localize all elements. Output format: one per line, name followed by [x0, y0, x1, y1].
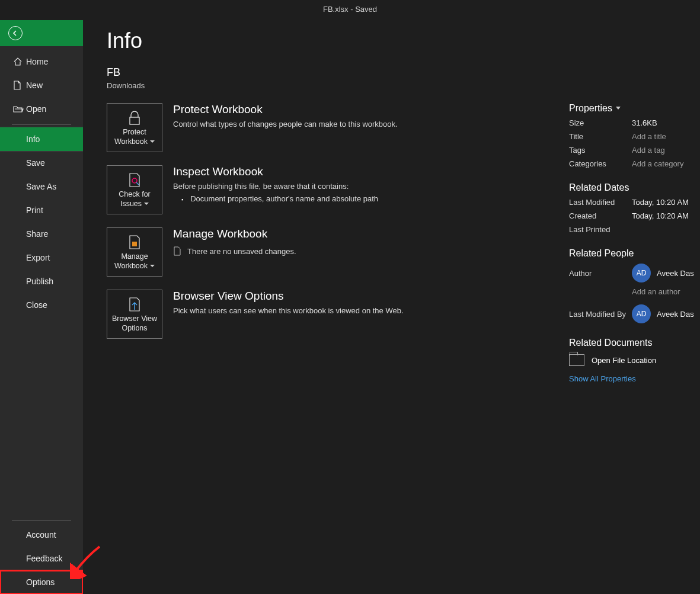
- sidebar-item-export[interactable]: Export: [0, 246, 83, 269]
- inspect-icon: [127, 171, 142, 189]
- sidebar-item-feedback[interactable]: Feedback: [0, 547, 83, 570]
- author-name: Aveek Das: [657, 269, 694, 278]
- avatar: AD: [632, 304, 651, 323]
- sidebar-item-print[interactable]: Print: [0, 198, 83, 222]
- prop-key: Last Printed: [569, 225, 632, 234]
- sidebar-item-label: Home: [26, 57, 48, 66]
- section-description: There are no unsaved changes.: [187, 247, 296, 256]
- titlebar-text: FB.xlsx - Saved: [323, 5, 377, 14]
- sidebar-item-label: Share: [26, 229, 48, 239]
- prop-key: Categories: [569, 159, 632, 168]
- section-title: Manage Workbook: [173, 227, 296, 240]
- sidebar-item-info[interactable]: Info: [0, 127, 83, 151]
- sidebar-item-share[interactable]: Share: [0, 222, 83, 246]
- sidebar-item-label: Info: [26, 134, 40, 144]
- button-label: Check for Issues: [110, 190, 159, 208]
- manage-icon: [127, 233, 142, 251]
- page-title: Info: [107, 28, 462, 53]
- document-path: Downloads: [107, 81, 462, 90]
- lock-icon: [127, 109, 142, 127]
- backstage-sidebar: Home New Open Info Save Save As Print Sh…: [0, 20, 83, 594]
- sidebar-item-label: Close: [26, 300, 47, 310]
- show-all-properties-link[interactable]: Show All Properties: [569, 374, 636, 383]
- titlebar: FB.xlsx - Saved: [0, 0, 700, 20]
- section-description: Pick what users can see when this workbo…: [173, 306, 404, 315]
- sidebar-item-saveas[interactable]: Save As: [0, 175, 83, 198]
- prop-key: Last Modified: [569, 198, 632, 207]
- sidebar-item-label: Options: [26, 577, 55, 587]
- prop-key: Size: [569, 118, 632, 127]
- arrow-left-icon: [8, 26, 23, 40]
- sidebar-item-label: Print: [26, 206, 43, 215]
- prop-value: 31.6KB: [632, 118, 657, 127]
- chevron-down-icon: [616, 107, 621, 110]
- sidebar-item-label: Account: [26, 530, 56, 540]
- prop-key: Title: [569, 132, 632, 141]
- open-file-location-label: Open File Location: [592, 356, 656, 365]
- inspect-item: Document properties, author's name and a…: [173, 194, 378, 203]
- browser-view-options-button[interactable]: Browser View Options: [107, 290, 162, 339]
- add-category-field[interactable]: Add a category: [632, 159, 683, 168]
- avatar: AD: [632, 264, 651, 282]
- sidebar-item-label: Publish: [26, 277, 53, 286]
- svg-rect-2: [132, 242, 137, 246]
- section-title: Browser View Options: [173, 290, 404, 303]
- sidebar-item-label: New: [26, 81, 43, 90]
- doc-icon: [173, 246, 181, 256]
- doc-icon: [13, 81, 26, 90]
- sidebar-item-new[interactable]: New: [0, 73, 83, 97]
- sidebar-item-save[interactable]: Save: [0, 151, 83, 175]
- check-for-issues-button[interactable]: Check for Issues: [107, 165, 162, 214]
- prop-key: Tags: [569, 146, 632, 155]
- button-label: Manage Workbook: [110, 252, 159, 271]
- sidebar-item-options[interactable]: Options: [0, 570, 83, 594]
- open-file-location-button[interactable]: Open File Location: [569, 354, 700, 366]
- protect-workbook-button[interactable]: Protect Workbook: [107, 103, 162, 152]
- sidebar-item-account[interactable]: Account: [0, 523, 83, 547]
- sidebar-item-label: Feedback: [26, 554, 62, 563]
- properties-panel: Properties Size31.6KB TitleAdd a title T…: [569, 103, 700, 383]
- section-title: Inspect Workbook: [173, 165, 378, 178]
- document-name: FB: [107, 66, 462, 79]
- section-description: Control what types of changes people can…: [173, 120, 398, 129]
- prop-key: Author: [569, 269, 632, 278]
- add-title-field[interactable]: Add a title: [632, 132, 666, 141]
- folder-icon: [569, 354, 584, 366]
- properties-dropdown[interactable]: Properties: [569, 103, 700, 114]
- add-tag-field[interactable]: Add a tag: [632, 146, 665, 155]
- related-dates-heading: Related Dates: [569, 182, 700, 193]
- add-author-field[interactable]: Add an author: [632, 287, 680, 296]
- home-icon: [13, 57, 26, 66]
- button-label: Protect Workbook: [110, 128, 159, 146]
- prop-value: Today, 10:20 AM: [632, 211, 689, 220]
- sidebar-divider: [12, 520, 71, 521]
- sidebar-item-label: Save: [26, 158, 45, 168]
- lastmodby-name: Aveek Das: [657, 310, 694, 319]
- browser-view-icon: [127, 296, 142, 313]
- sidebar-item-label: Open: [26, 104, 46, 114]
- related-people-heading: Related People: [569, 248, 700, 259]
- prop-key: Created: [569, 211, 632, 220]
- prop-value: Today, 10:20 AM: [632, 198, 689, 207]
- sidebar-item-publish[interactable]: Publish: [0, 269, 83, 293]
- sidebar-item-open[interactable]: Open: [0, 97, 83, 121]
- manage-workbook-button[interactable]: Manage Workbook: [107, 227, 162, 277]
- sidebar-item-label: Export: [26, 253, 50, 262]
- author-entry[interactable]: AD Aveek Das: [632, 264, 694, 282]
- svg-rect-0: [130, 117, 139, 124]
- lastmodby-entry[interactable]: AD Aveek Das: [632, 304, 694, 323]
- sidebar-divider: [12, 124, 71, 125]
- sidebar-item-close[interactable]: Close: [0, 293, 83, 317]
- sidebar-item-label: Save As: [26, 182, 56, 191]
- back-button[interactable]: [0, 20, 83, 46]
- folder-open-icon: [13, 105, 26, 113]
- svg-point-1: [132, 178, 137, 183]
- sidebar-item-home[interactable]: Home: [0, 50, 83, 73]
- button-label: Browser View Options: [110, 314, 159, 333]
- prop-key: Last Modified By: [569, 310, 632, 319]
- section-title: Protect Workbook: [173, 103, 398, 116]
- related-documents-heading: Related Documents: [569, 338, 700, 348]
- section-description: Before publishing this file, be aware th…: [173, 182, 378, 191]
